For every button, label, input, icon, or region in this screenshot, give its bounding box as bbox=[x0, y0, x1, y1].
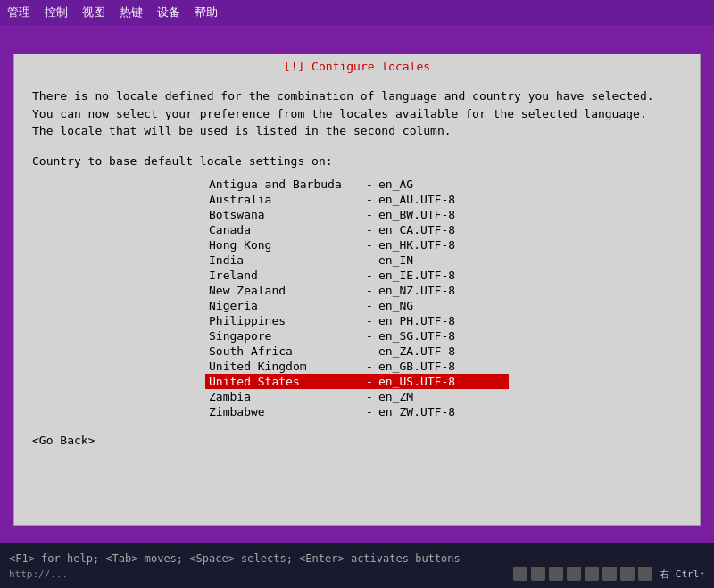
taskbar-icon-3 bbox=[549, 567, 563, 581]
country-dash: - bbox=[361, 269, 378, 282]
country-locale: en_AU.UTF-8 bbox=[378, 193, 505, 206]
taskbar-icon-8 bbox=[638, 567, 652, 581]
country-name: South Africa bbox=[209, 344, 361, 358]
country-locale: en_ZA.UTF-8 bbox=[378, 344, 505, 358]
country-locale: en_CA.UTF-8 bbox=[378, 223, 505, 236]
country-locale: en_US.UTF-8 bbox=[378, 375, 505, 388]
country-locale: en_IE.UTF-8 bbox=[378, 269, 505, 282]
country-locale: en_ZM bbox=[378, 390, 505, 403]
taskbar-icon-7 bbox=[620, 567, 635, 581]
country-label: Country to base default locale settings … bbox=[32, 154, 682, 168]
country-row[interactable]: Zambia-en_ZM bbox=[205, 389, 509, 404]
country-row[interactable]: Nigeria-en_NG bbox=[205, 298, 509, 313]
country-dash: - bbox=[361, 223, 378, 236]
country-row[interactable]: South Africa-en_ZA.UTF-8 bbox=[205, 344, 509, 359]
info-line1: There is no locale defined for the combi… bbox=[32, 87, 682, 105]
country-list: Antigua and Barbuda-en_AGAustralia-en_AU… bbox=[205, 177, 509, 419]
country-dash: - bbox=[361, 390, 378, 403]
country-name: Nigeria bbox=[209, 299, 361, 312]
dialog-title-bar: [!] Configure locales bbox=[14, 54, 700, 79]
configure-locales-dialog: [!] Configure locales There is no locale… bbox=[13, 54, 701, 526]
country-name: Australia bbox=[209, 193, 361, 206]
country-dash: - bbox=[361, 178, 378, 191]
country-name: Zambia bbox=[209, 390, 361, 403]
taskbar-icon-2 bbox=[531, 567, 545, 581]
status-bottom: http://... 右 Ctrl↑ bbox=[0, 567, 714, 581]
country-name: Singapore bbox=[209, 329, 361, 343]
country-locale: en_AG bbox=[378, 178, 505, 191]
dialog-content: There is no locale defined for the combi… bbox=[14, 79, 700, 456]
country-row[interactable]: Zimbabwe-en_ZW.UTF-8 bbox=[205, 404, 509, 419]
country-row[interactable]: United States-en_US.UTF-8 bbox=[205, 374, 509, 389]
country-name: New Zealand bbox=[209, 284, 361, 297]
country-dash: - bbox=[361, 238, 378, 252]
country-locale: en_NZ.UTF-8 bbox=[378, 284, 505, 297]
country-row[interactable]: Singapore-en_SG.UTF-8 bbox=[205, 328, 509, 344]
menu-devices[interactable]: 设备 bbox=[157, 4, 180, 21]
country-row[interactable]: New Zealand-en_NZ.UTF-8 bbox=[205, 283, 509, 298]
taskbar-icons: 右 Ctrl↑ bbox=[513, 567, 705, 581]
go-back-button[interactable]: <Go Back> bbox=[32, 434, 682, 447]
info-line2: You can now select your preference from … bbox=[32, 105, 682, 123]
country-row[interactable]: Ireland-en_IE.UTF-8 bbox=[205, 268, 509, 283]
country-locale: en_PH.UTF-8 bbox=[378, 314, 505, 327]
country-name: United States bbox=[209, 375, 361, 388]
country-name: Hong Kong bbox=[209, 238, 361, 252]
menu-control[interactable]: 控制 bbox=[45, 4, 68, 21]
country-row[interactable]: Philippines-en_PH.UTF-8 bbox=[205, 313, 509, 328]
info-text: There is no locale defined for the combi… bbox=[32, 87, 682, 140]
menu-help[interactable]: 帮助 bbox=[195, 4, 218, 21]
country-dash: - bbox=[361, 299, 378, 312]
country-dash: - bbox=[361, 314, 378, 327]
country-name: Philippines bbox=[209, 314, 361, 327]
info-line3: The locale that will be used is listed i… bbox=[32, 122, 682, 140]
country-row[interactable]: Australia-en_AU.UTF-8 bbox=[205, 192, 509, 207]
country-locale: en_NG bbox=[378, 299, 505, 312]
menu-bar: 管理 控制 视图 热键 设备 帮助 bbox=[0, 0, 714, 25]
country-row[interactable]: Canada-en_CA.UTF-8 bbox=[205, 222, 509, 237]
country-dash: - bbox=[361, 360, 378, 373]
country-row[interactable]: Botswana-en_BW.UTF-8 bbox=[205, 207, 509, 222]
country-dash: - bbox=[361, 253, 378, 267]
country-locale: en_HK.UTF-8 bbox=[378, 238, 505, 252]
dialog-title: [!] Configure locales bbox=[284, 60, 430, 73]
ctrl-text: 右 Ctrl↑ bbox=[660, 567, 705, 581]
country-row[interactable]: Antigua and Barbuda-en_AG bbox=[205, 177, 509, 192]
country-dash: - bbox=[361, 344, 378, 358]
country-name: United Kingdom bbox=[209, 360, 361, 373]
menu-view[interactable]: 视图 bbox=[82, 4, 105, 21]
country-row[interactable]: United Kingdom-en_GB.UTF-8 bbox=[205, 359, 509, 374]
menu-manage[interactable]: 管理 bbox=[7, 4, 30, 21]
url-text: http://... bbox=[9, 568, 68, 580]
menu-hotkeys[interactable]: 热键 bbox=[120, 4, 143, 21]
country-dash: - bbox=[361, 208, 378, 221]
status-hint: <F1> for help; <Tab> moves; <Space> sele… bbox=[0, 551, 714, 567]
country-dash: - bbox=[361, 405, 378, 418]
country-dash: - bbox=[361, 375, 378, 388]
taskbar-icon-6 bbox=[602, 567, 617, 581]
country-dash: - bbox=[361, 193, 378, 206]
country-name: Botswana bbox=[209, 208, 361, 221]
country-name: Ireland bbox=[209, 269, 361, 282]
country-locale: en_IN bbox=[378, 253, 505, 267]
country-name: Antigua and Barbuda bbox=[209, 178, 361, 191]
country-locale: en_ZW.UTF-8 bbox=[378, 405, 505, 418]
country-row[interactable]: Hong Kong-en_HK.UTF-8 bbox=[205, 237, 509, 253]
country-name: India bbox=[209, 253, 361, 267]
country-dash: - bbox=[361, 284, 378, 297]
status-bar: <F1> for help; <Tab> moves; <Space> sele… bbox=[0, 543, 714, 588]
country-row[interactable]: India-en_IN bbox=[205, 253, 509, 268]
taskbar-icon-4 bbox=[567, 567, 581, 581]
country-locale: en_GB.UTF-8 bbox=[378, 360, 505, 373]
country-dash: - bbox=[361, 329, 378, 343]
taskbar-icon-1 bbox=[513, 567, 527, 581]
country-name: Canada bbox=[209, 223, 361, 236]
taskbar-icon-5 bbox=[585, 567, 599, 581]
country-locale: en_BW.UTF-8 bbox=[378, 208, 505, 221]
country-locale: en_SG.UTF-8 bbox=[378, 329, 505, 343]
country-name: Zimbabwe bbox=[209, 405, 361, 418]
